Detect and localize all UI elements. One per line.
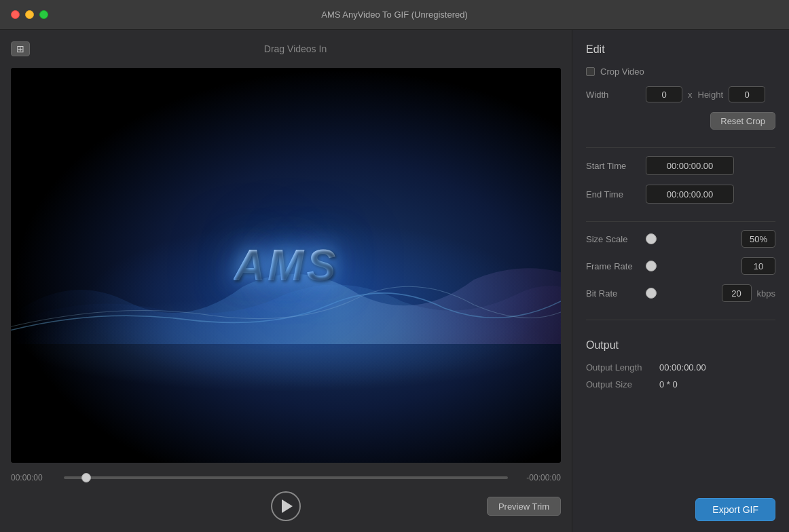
video-preview: AMS <box>11 68 561 463</box>
size-scale-input[interactable] <box>741 230 775 248</box>
traffic-lights <box>11 10 48 19</box>
end-time-label: End Time <box>586 189 640 200</box>
bit-rate-unit: kbps <box>757 288 775 299</box>
output-section: Output Output Length 00:00:00.00 Output … <box>586 339 775 396</box>
divider-3 <box>586 320 775 320</box>
maximize-button[interactable] <box>39 10 48 19</box>
minimize-button[interactable] <box>25 10 34 19</box>
divider-2 <box>586 221 775 222</box>
bit-rate-label: Bit Rate <box>586 288 640 299</box>
seek-bar[interactable] <box>64 471 508 484</box>
seek-handle[interactable] <box>81 473 91 482</box>
seek-row: 00:00:00 -00:00:00 <box>11 471 561 484</box>
divider-1 <box>586 147 775 148</box>
title-bar: AMS AnyVideo To GIF (Unregistered) <box>0 0 789 30</box>
output-length-value: 00:00:00.00 <box>659 362 706 373</box>
crop-video-checkbox[interactable] <box>586 67 595 76</box>
reset-crop-row: Reset Crop <box>586 112 775 130</box>
frame-rate-row: Frame Rate <box>586 257 775 275</box>
window-title: AMS AnyVideo To GIF (Unregistered) <box>321 10 468 20</box>
video-background: AMS <box>11 68 561 463</box>
frame-rate-label: Frame Rate <box>586 261 640 271</box>
bit-rate-row: Bit Rate kbps <box>586 284 775 302</box>
close-button[interactable] <box>11 10 20 19</box>
crop-video-label: Crop Video <box>600 66 644 77</box>
seek-track <box>64 476 508 479</box>
output-size-value: 0 * 0 <box>659 379 678 390</box>
bit-rate-input[interactable] <box>722 284 752 302</box>
preview-trim-button[interactable]: Preview Trim <box>487 497 561 516</box>
size-scale-label: Size Scale <box>586 234 640 244</box>
edit-section-title: Edit <box>586 43 775 56</box>
output-length-row: Output Length 00:00:00.00 <box>586 362 775 373</box>
ams-logo-text: AMS <box>234 240 338 290</box>
time-remaining: -00:00:00 <box>513 473 561 482</box>
x-separator: x <box>688 90 693 100</box>
reset-crop-button[interactable]: Reset Crop <box>710 112 775 130</box>
toolbar: ⊞ Drag Videos In <box>11 38 561 60</box>
export-gif-button[interactable]: Export GIF <box>695 498 775 521</box>
size-scale-slider[interactable] <box>646 233 657 244</box>
width-input[interactable] <box>646 86 682 102</box>
left-panel: ⊞ Drag Videos In <box>0 30 572 532</box>
main-layout: ⊞ Drag Videos In <box>0 30 789 532</box>
bit-rate-slider[interactable] <box>646 288 657 299</box>
height-input[interactable] <box>729 86 765 102</box>
controls-area: 00:00:00 -00:00:00 Preview Trim <box>11 471 561 521</box>
add-video-button[interactable]: ⊞ <box>11 41 30 56</box>
drag-label: Drag Videos In <box>30 43 561 54</box>
end-time-row: End Time <box>586 185 775 204</box>
playback-row: Preview Trim <box>11 491 561 521</box>
play-button[interactable] <box>271 491 301 521</box>
start-time-input[interactable] <box>646 156 734 175</box>
dimensions-row: Width x Height <box>586 86 775 102</box>
add-icon: ⊞ <box>16 43 24 54</box>
end-time-input[interactable] <box>646 185 734 204</box>
crop-video-row: Crop Video <box>586 66 775 77</box>
output-size-row: Output Size 0 * 0 <box>586 379 775 390</box>
height-label: Height <box>698 90 724 100</box>
play-icon <box>282 499 293 513</box>
frame-rate-slider[interactable] <box>646 261 657 271</box>
output-size-label: Output Size <box>586 379 654 390</box>
size-scale-row: Size Scale <box>586 230 775 248</box>
width-label: Width <box>586 90 640 100</box>
start-time-row: Start Time <box>586 156 775 175</box>
start-time-label: Start Time <box>586 161 640 171</box>
output-length-label: Output Length <box>586 362 654 373</box>
right-panel: Edit Crop Video Width x Height Reset Cro… <box>572 30 789 532</box>
time-current: 00:00:00 <box>11 473 58 482</box>
frame-rate-input[interactable] <box>741 257 775 275</box>
output-section-title: Output <box>586 339 775 352</box>
